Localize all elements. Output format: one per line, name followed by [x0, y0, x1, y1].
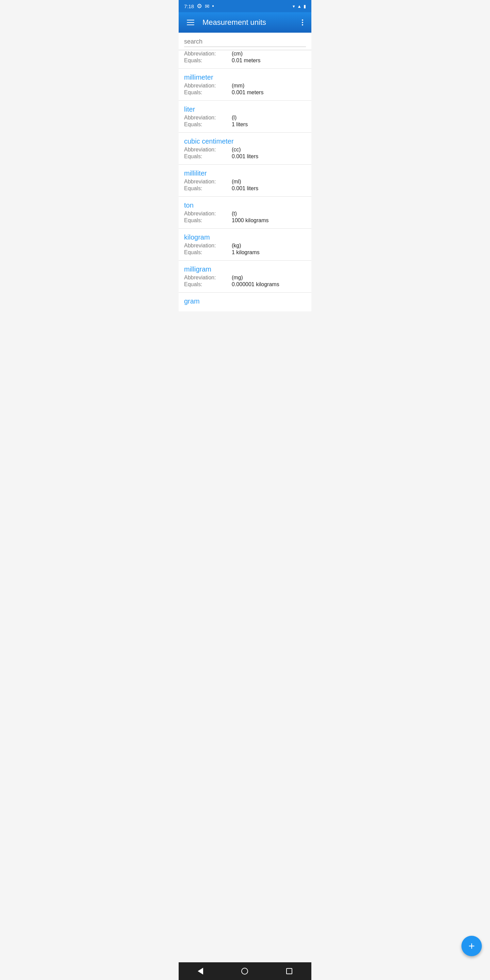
unit-name: gram — [184, 298, 306, 305]
abbrev-value: (ml) — [232, 179, 241, 185]
abbrev-value: (t) — [232, 211, 237, 217]
equals-label: Equals: — [184, 282, 232, 288]
status-bar: 7:18 ⚙ ✉ • ▾ ▲ ▮ — [179, 0, 311, 12]
equals-row: Equals: 0.001 meters — [184, 89, 306, 95]
search-bar — [179, 33, 311, 50]
equals-value: 0.01 meters — [232, 57, 260, 64]
list-item[interactable]: millimeter Abbreviation: (mm) Equals: 0.… — [179, 69, 311, 101]
abbrev-label: Abbreviation: — [184, 83, 232, 89]
list-item[interactable]: cubic centimeter Abbreviation: (cc) Equa… — [179, 133, 311, 165]
dot-3 — [302, 24, 303, 25]
dot-2 — [302, 22, 303, 23]
equals-value: 1000 kilograms — [232, 218, 269, 224]
equals-value: 0.001 meters — [232, 89, 263, 95]
abbrev-value: (mm) — [232, 83, 244, 89]
equals-row: Equals: 1 kilograms — [184, 250, 306, 256]
mail-icon: ✉ — [205, 3, 209, 10]
unit-name: kilogram — [184, 234, 306, 241]
battery-icon: ▮ — [304, 4, 306, 9]
menu-line-2 — [187, 22, 194, 23]
equals-value: 1 kilograms — [232, 250, 259, 256]
app-title: Measurement units — [202, 18, 299, 27]
more-options-button[interactable] — [299, 17, 306, 28]
list-item[interactable]: ton Abbreviation: (t) Equals: 1000 kilog… — [179, 197, 311, 229]
abbrev-value: (l) — [232, 115, 237, 121]
status-time: 7:18 — [184, 3, 194, 9]
abbreviation-row: Abbreviation: (t) — [184, 211, 306, 217]
abbreviation-row: Abbreviation: (mg) — [184, 275, 306, 281]
list-item[interactable]: milliliter Abbreviation: (ml) Equals: 0.… — [179, 165, 311, 197]
list-item[interactable]: Abbreviation: (cm) Equals: 0.01 meters — [179, 51, 311, 69]
abbreviation-row: Abbreviation: (cc) — [184, 147, 306, 153]
menu-button[interactable] — [184, 17, 197, 28]
abbrev-label: Abbreviation: — [184, 51, 232, 57]
unit-name: ton — [184, 202, 306, 209]
unit-list: Abbreviation: (cm) Equals: 0.01 meters m… — [179, 51, 311, 311]
wifi-icon: ▾ — [293, 4, 295, 9]
equals-row: Equals: 1 liters — [184, 121, 306, 127]
equals-label: Equals: — [184, 218, 232, 224]
dot-1 — [302, 19, 303, 21]
abbreviation-row: Abbreviation: (mm) — [184, 83, 306, 89]
equals-row: Equals: 0.01 meters — [184, 57, 306, 64]
equals-value: 0.000001 kilograms — [232, 282, 279, 288]
abbrev-label: Abbreviation: — [184, 147, 232, 153]
abbrev-label: Abbreviation: — [184, 243, 232, 249]
unit-name: liter — [184, 105, 306, 113]
abbrev-value: (mg) — [232, 275, 243, 281]
abbrev-label: Abbreviation: — [184, 115, 232, 121]
equals-label: Equals: — [184, 89, 232, 95]
abbreviation-row: Abbreviation: (ml) — [184, 179, 306, 185]
unit-name: cubic centimeter — [184, 137, 306, 145]
equals-value: 0.001 liters — [232, 185, 258, 192]
gear-icon: ⚙ — [197, 2, 202, 10]
notification-dot: • — [212, 3, 214, 9]
app-bar: Measurement units — [179, 12, 311, 33]
signal-icon: ▲ — [297, 4, 301, 9]
equals-row: Equals: 1000 kilograms — [184, 218, 306, 224]
unit-name: millimeter — [184, 73, 306, 81]
abbrev-label: Abbreviation: — [184, 275, 232, 281]
abbrev-value: (cc) — [232, 147, 241, 153]
menu-line-3 — [187, 24, 194, 25]
equals-label: Equals: — [184, 57, 232, 64]
list-item[interactable]: milligram Abbreviation: (mg) Equals: 0.0… — [179, 261, 311, 293]
equals-row: Equals: 0.000001 kilograms — [184, 282, 306, 288]
equals-row: Equals: 0.001 liters — [184, 185, 306, 192]
abbrev-value: (kg) — [232, 243, 241, 249]
menu-line-1 — [187, 20, 194, 21]
abbreviation-row: Abbreviation: (kg) — [184, 243, 306, 249]
abbreviation-row: Abbreviation: (cm) — [184, 51, 306, 57]
equals-label: Equals: — [184, 121, 232, 127]
equals-value: 0.001 liters — [232, 153, 258, 159]
abbrev-label: Abbreviation: — [184, 211, 232, 217]
list-item[interactable]: kilogram Abbreviation: (kg) Equals: 1 ki… — [179, 229, 311, 261]
list-item[interactable]: liter Abbreviation: (l) Equals: 1 liters — [179, 101, 311, 133]
equals-value: 1 liters — [232, 121, 248, 127]
equals-row: Equals: 0.001 liters — [184, 153, 306, 159]
equals-label: Equals: — [184, 250, 232, 256]
abbrev-value: (cm) — [232, 51, 243, 57]
unit-name: milliliter — [184, 169, 306, 177]
list-item[interactable]: gram — [179, 293, 311, 311]
equals-label: Equals: — [184, 153, 232, 159]
unit-name: milligram — [184, 266, 306, 273]
search-input[interactable] — [184, 37, 306, 47]
abbrev-label: Abbreviation: — [184, 179, 232, 185]
abbreviation-row: Abbreviation: (l) — [184, 115, 306, 121]
equals-label: Equals: — [184, 185, 232, 192]
